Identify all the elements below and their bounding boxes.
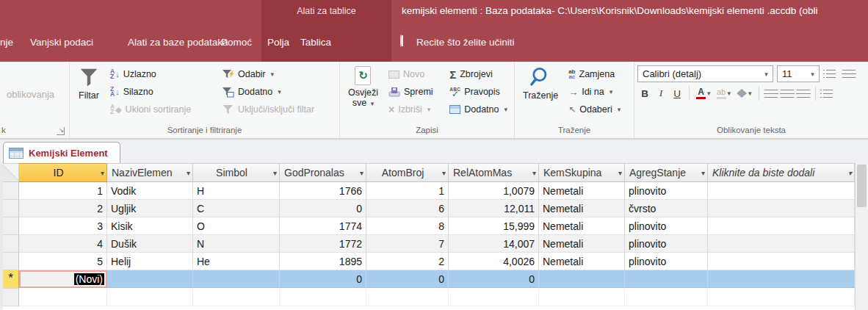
table-cell-nazivelemen[interactable]: Ugljik — [107, 200, 193, 217]
row-selector[interactable] — [3, 235, 19, 253]
column-filter-arrow-icon[interactable]: ▾ — [273, 169, 277, 177]
table-cell-kemskupina[interactable] — [539, 289, 625, 306]
table-cell-agregstanje[interactable]: plinovito — [625, 253, 708, 270]
table-cell-godpronalas[interactable]: 0 — [280, 200, 366, 217]
save-button[interactable]: Spremi — [385, 83, 444, 101]
refresh-all-button[interactable]: ↻ Osvježi sve ▾ — [343, 65, 383, 110]
table-cell-kemskupina[interactable]: Nemetali — [539, 253, 625, 270]
tab-help[interactable]: Pomoć — [221, 22, 252, 62]
row-selector[interactable]: * — [3, 270, 19, 289]
table-cell-godpronalas[interactable]: 1774 — [280, 217, 366, 235]
font-color-button[interactable]: A ▾ — [694, 85, 713, 101]
row-selector[interactable] — [3, 182, 19, 200]
tab-external-data[interactable]: Vanjski podaci — [30, 22, 93, 62]
table-cell-nazivelemen[interactable]: Kisik — [107, 217, 193, 235]
highlight-button[interactable]: ab ▾ — [715, 85, 734, 101]
table-cell-nazivelemen[interactable]: Helij — [107, 253, 193, 270]
table-cell-kemskupina[interactable]: Nemetali — [539, 200, 625, 217]
table-cell-agregstanje[interactable]: plinovito — [625, 217, 708, 235]
table-cell-id[interactable]: 4 — [19, 235, 107, 253]
align-center-icon[interactable] — [780, 90, 795, 98]
table-cell-add_column[interactable] — [708, 182, 855, 200]
table-cell-simbol[interactable]: O — [193, 217, 280, 235]
column-header-nazivelemen[interactable]: NazivElemen▾ — [107, 163, 193, 182]
numbered-list-icon[interactable] — [842, 70, 856, 78]
font-name-combobox[interactable]: Calibri (detalj) ▾ — [637, 65, 773, 82]
table-cell-id[interactable]: 1 — [19, 182, 107, 200]
vertical-scrollbar[interactable] — [855, 163, 868, 310]
table-cell-simbol[interactable]: H — [193, 182, 280, 200]
column-header-id[interactable]: ID▾ — [19, 163, 107, 182]
sort-descending-button[interactable]: ZA ↓ Silazno — [106, 83, 217, 101]
sort-ascending-button[interactable]: AZ ↓ Uzlazno — [106, 65, 217, 83]
table-cell-add_column[interactable] — [708, 270, 855, 288]
table-cell-nazivelemen[interactable] — [107, 289, 193, 306]
document-tab-kemijski-element[interactable]: Kemijski Element — [3, 142, 120, 163]
table-cell-relatommas[interactable]: 4,0026 — [449, 253, 539, 270]
table-cell-agregstanje[interactable]: plinovito — [625, 235, 708, 253]
table-cell-godpronalas[interactable]: 0 — [280, 270, 366, 288]
table-cell-add_column[interactable] — [708, 200, 855, 217]
column-filter-arrow-icon[interactable]: ▾ — [618, 169, 622, 177]
totals-button[interactable]: Σ Zbrojevi — [446, 65, 511, 83]
goto-button[interactable]: → Idi na ▾ — [565, 83, 624, 101]
row-selector[interactable] — [3, 289, 19, 306]
spelling-button[interactable]: ABC✓ Pravopis — [446, 83, 511, 101]
align-left-icon[interactable] — [764, 90, 778, 98]
table-cell-atombroj[interactable]: 2 — [366, 253, 449, 270]
table-cell-relatommas[interactable] — [449, 289, 539, 306]
scrollbar-thumb[interactable] — [857, 165, 867, 207]
font-size-combobox[interactable]: 11 ▾ — [777, 65, 820, 82]
table-cell-relatommas[interactable]: 15,999 — [449, 217, 539, 235]
column-header-simbol[interactable]: Simbol▾ — [193, 163, 280, 182]
table-cell-atombroj[interactable]: 1 — [366, 182, 449, 200]
tell-me-box[interactable]: Recite što želite učiniti — [400, 22, 515, 62]
table-cell-simbol[interactable]: C — [193, 200, 280, 217]
tab-table[interactable]: Tablica — [300, 22, 331, 62]
column-filter-arrow-icon[interactable]: ▾ — [442, 169, 446, 177]
table-cell-id[interactable] — [19, 289, 107, 306]
table-cell-simbol[interactable]: N — [193, 235, 280, 253]
table-cell-id[interactable]: 2 — [19, 200, 107, 217]
column-header-agregstanje[interactable]: AgregStanje▾ — [625, 163, 708, 182]
table-cell-kemskupina[interactable]: Nemetali — [539, 182, 625, 200]
table-cell-relatommas[interactable]: 0 — [449, 270, 539, 288]
column-header-relatommas[interactable]: RelAtomMas▾ — [449, 163, 539, 182]
column-filter-arrow-icon[interactable]: ▾ — [101, 169, 104, 177]
column-filter-arrow-icon[interactable]: ▾ — [701, 169, 705, 177]
advanced-filter-button[interactable]: Dodatno ▾ — [218, 83, 318, 101]
find-button[interactable]: Traženje — [518, 65, 563, 102]
tab-clipped[interactable]: nje — [0, 22, 13, 62]
table-cell-atombroj[interactable] — [366, 289, 449, 306]
table-cell-godpronalas[interactable]: 1766 — [280, 182, 366, 200]
table-cell-godpronalas[interactable]: 1772 — [280, 235, 366, 253]
dialog-launcher-icon[interactable]: ↘ — [57, 127, 65, 135]
row-selector[interactable] — [3, 217, 19, 235]
column-filter-arrow-icon[interactable]: ▾ — [848, 169, 852, 177]
table-cell-kemskupina[interactable]: Nemetali — [539, 217, 625, 235]
tab-fields[interactable]: Polja — [267, 22, 289, 62]
tab-database-tools[interactable]: Alati za baze podataka — [128, 22, 228, 62]
table-cell-atombroj[interactable]: 7 — [366, 235, 449, 253]
remove-sort-button[interactable]: AZ ◆ Ukloni sortiranje — [106, 101, 217, 118]
toggle-filter-button[interactable]: Uključi/isključi filtar — [218, 101, 318, 118]
selection-filter-button[interactable]: Odabir ▾ — [218, 65, 318, 83]
table-cell-nazivelemen[interactable]: Dušik — [107, 235, 193, 253]
column-filter-arrow-icon[interactable]: ▾ — [360, 169, 364, 177]
column-filter-arrow-icon[interactable]: ▾ — [532, 169, 536, 177]
column-header-godpronalas[interactable]: GodPronalas▾ — [280, 163, 366, 182]
column-header-add_column[interactable]: Kliknite da biste dodali▾ — [708, 163, 855, 182]
table-cell-simbol[interactable] — [193, 270, 280, 288]
table-cell-nazivelemen[interactable] — [107, 270, 193, 288]
table-cell-simbol[interactable]: He — [193, 253, 280, 270]
table-cell-add_column[interactable] — [708, 253, 855, 270]
table-cell-agregstanje[interactable] — [625, 289, 708, 306]
bold-button[interactable]: B — [637, 85, 652, 101]
new-record-button[interactable]: Novo — [385, 65, 444, 83]
delete-button[interactable]: × Izbriši ▾ — [385, 101, 444, 118]
table-cell-add_column[interactable] — [708, 289, 855, 306]
table-cell-atombroj[interactable]: 0 — [366, 270, 449, 288]
format-painter-button-partial[interactable]: oblikovanja — [3, 85, 58, 103]
filter-button[interactable]: Filtar — [73, 65, 105, 102]
table-cell-kemskupina[interactable]: Nemetali — [539, 235, 625, 253]
